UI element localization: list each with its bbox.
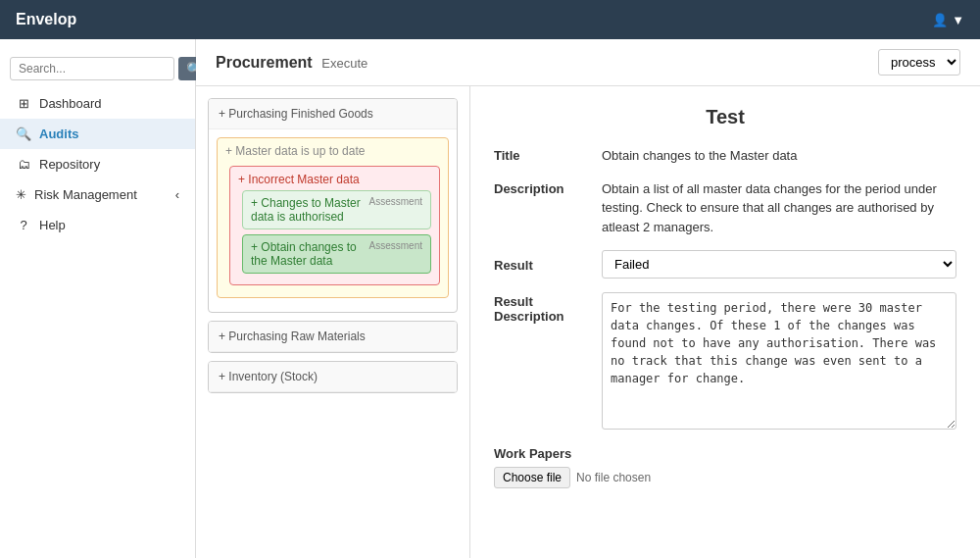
detail-row-result: Result Failed Passed N/A (494, 250, 956, 279)
navbar: Envelop 👤 ▼ (0, 0, 980, 39)
tree-incorrect-header[interactable]: + Incorrect Master data (238, 173, 431, 186)
detail-heading: Test (494, 106, 956, 128)
description-value: Obtain a list of all master data changes… (602, 179, 956, 237)
audits-icon: 🔍 (16, 127, 31, 141)
tree-subgroup-master-data: + Master data is up to date + Incorrect … (217, 137, 449, 298)
risk-collapse-icon: ‹ (175, 187, 179, 202)
tree-subgroup-header-master-data[interactable]: + Master data is up to date (225, 144, 440, 158)
result-select[interactable]: Failed Passed N/A (602, 250, 956, 279)
sidebar-item-repository[interactable]: 🗂 Repository (0, 149, 195, 179)
tree-incorrect-master-data: + Incorrect Master data + Changes to Mas… (229, 166, 440, 285)
result-label: Result (494, 256, 602, 273)
sidebar-item-dashboard[interactable]: ⊞ Dashboard (0, 88, 195, 119)
sidebar-item-help[interactable]: ? Help (0, 210, 195, 240)
risk-icon: ✳ (16, 187, 26, 202)
choose-file-button[interactable]: Choose file (494, 467, 570, 488)
file-name-display: No file chosen (576, 471, 651, 484)
user-icon: 👤 (932, 13, 948, 27)
user-menu[interactable]: 👤 ▼ (932, 13, 964, 27)
tree-group-header-purchasing-finished[interactable]: + Purchasing Finished Goods (209, 99, 457, 129)
work-papers-label: Work Papers (494, 446, 956, 461)
procurement-subtitle: Execute (321, 56, 368, 71)
user-dropdown-arrow: ▼ (952, 13, 964, 27)
procurement-title: Procurement (216, 54, 313, 71)
tree-group-header-inventory[interactable]: + Inventory (Stock) (209, 362, 457, 392)
sidebar-item-label: Dashboard (39, 96, 102, 111)
help-icon: ? (16, 218, 31, 232)
content-area: Procurement Execute process + Purchasing… (196, 39, 980, 558)
description-label: Description (494, 179, 602, 196)
work-papers-section: Work Papers Choose file No file chosen (494, 446, 956, 488)
sidebar: 🔍 ⊞ Dashboard 🔍 Audits 🗂 Repository ✳ Ri… (0, 39, 196, 558)
detail-row-description: Description Obtain a list of all master … (494, 179, 956, 237)
result-description-label: ResultDescription (494, 292, 602, 324)
sidebar-item-label: Risk Management (34, 187, 137, 202)
repository-icon: 🗂 (16, 157, 31, 172)
search-box: 🔍 (0, 49, 195, 88)
dashboard-icon: ⊞ (16, 96, 31, 111)
tree-group-header-purchasing-raw[interactable]: + Purchasing Raw Materials (209, 322, 457, 352)
tree-group-inventory: + Inventory (Stock) (208, 361, 458, 393)
main-layout: 🔍 ⊞ Dashboard 🔍 Audits 🗂 Repository ✳ Ri… (0, 39, 980, 558)
app-brand: Envelop (16, 11, 76, 28)
tree-assessment-obtain-changes[interactable]: + Obtain changes to the Master data Asse… (242, 234, 431, 274)
sidebar-item-label: Repository (39, 157, 100, 172)
search-input[interactable] (10, 57, 174, 80)
result-description-textarea[interactable]: For the testing period, there were 30 ma… (602, 292, 956, 430)
procurement-header: Procurement Execute process (196, 39, 980, 86)
tree-group-purchasing-finished: + Purchasing Finished Goods + Master dat… (208, 98, 458, 313)
process-select[interactable]: process (878, 49, 960, 76)
split-content: + Purchasing Finished Goods + Master dat… (196, 86, 980, 558)
sidebar-item-label: Audits (39, 127, 78, 141)
tree-group-purchasing-raw: + Purchasing Raw Materials (208, 321, 458, 353)
tree-panel: + Purchasing Finished Goods + Master dat… (196, 86, 470, 558)
detail-row-title: Title Obtain changes to the Master data (494, 146, 956, 166)
tree-assessment-changes-authorised[interactable]: + Changes to Master data is authorised A… (242, 190, 431, 229)
detail-panel: Test Title Obtain changes to the Master … (470, 86, 980, 558)
sidebar-item-risk-management[interactable]: ✳ Risk Management ‹ (0, 179, 195, 210)
title-label: Title (494, 146, 602, 163)
detail-row-result-description: ResultDescription For the testing period… (494, 292, 956, 432)
title-value: Obtain changes to the Master data (602, 146, 956, 166)
sidebar-item-label: Help (39, 218, 66, 232)
sidebar-item-audits[interactable]: 🔍 Audits (0, 119, 195, 149)
